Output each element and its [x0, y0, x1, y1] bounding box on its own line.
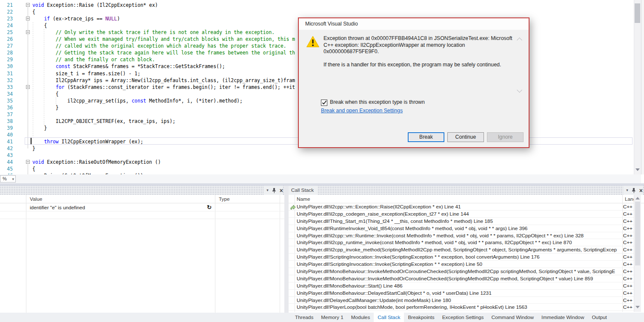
column-divider[interactable] — [215, 195, 215, 313]
watch-column-headers[interactable]: Value Type — [0, 195, 284, 203]
callstack-row[interactable]: UnityPlayer.dll!ScriptingInvocation::Inv… — [289, 261, 634, 268]
column-divider[interactable] — [26, 195, 26, 313]
bottom-tab-breakpoints[interactable]: Breakpoints — [404, 313, 438, 322]
break-exception-checkbox[interactable] — [321, 100, 327, 106]
bottom-tab-command-window[interactable]: Command Window — [487, 313, 538, 322]
editor-scrollbar-thumb[interactable] — [635, 3, 640, 23]
frame-language: C++ — [623, 225, 633, 232]
code-line[interactable]: for (StackFrames::const_iterator iter = … — [32, 84, 295, 91]
continue-button[interactable]: Continue — [447, 132, 484, 142]
code-line[interactable]: // and the finally or catch block. — [32, 56, 155, 63]
frame-name: UnityPlayer.dll!il2cpp_invoke_method(Scr… — [289, 246, 617, 254]
callstack-row[interactable]: UnityPlayer.dll!il2cpp::vm::Runtime::Inv… — [289, 232, 634, 239]
exception-settings-link[interactable]: Break and open Exception Settings — [321, 108, 403, 114]
line-number: 30 — [0, 63, 13, 70]
bottom-tab-memory-1[interactable]: Memory 1 — [317, 313, 347, 322]
code-line[interactable]: } — [32, 125, 47, 131]
callstack-row[interactable]: UnityPlayer.dll!MonoBehaviour::InvokeMet… — [289, 268, 634, 275]
dialog-message-line1: Exception thrown at 0x00007FFBB494A1C8 i… — [323, 35, 516, 55]
pin-icon[interactable] — [272, 188, 276, 193]
code-line[interactable]: // called with the original exception wh… — [32, 43, 286, 49]
callstack-row[interactable]: UnityPlayer.dll!il2cpp_runtime_invoke(co… — [289, 239, 634, 246]
callstack-vertical-scrollbar[interactable] — [634, 195, 641, 312]
editor-overview-margin[interactable] — [641, 0, 644, 174]
bottom-tab-exception-settings[interactable]: Exception Settings — [438, 313, 488, 322]
column-divider[interactable] — [280, 195, 280, 313]
bottom-tab-immediate-window[interactable]: Immediate Window — [538, 313, 588, 322]
bottom-tab-call-stack[interactable]: Call Stack — [374, 313, 404, 322]
callstack-column-headers[interactable]: Name Lang — [289, 195, 644, 203]
callstack-row[interactable]: UnityPlayer.dll!RuntimeInvoker_Void_t854… — [289, 225, 634, 232]
frame-language: C++ — [623, 239, 633, 246]
callstack-titlebar[interactable]: Call Stack ▾ × — [289, 186, 644, 195]
callstack-row[interactable]: UnityPlayer.dll!il2cpp_invoke_method(Scr… — [289, 246, 634, 254]
frame-language: C++ — [623, 261, 633, 268]
callstack-row[interactable]: UnityPlayer.dll!MonoBehaviour::Start() L… — [289, 282, 634, 290]
close-icon[interactable]: × — [280, 188, 283, 194]
bottom-tab-threads[interactable]: Threads — [291, 313, 317, 322]
line-number: 24 — [0, 22, 13, 29]
watch-panel-titlebar[interactable]: ▾ × — [0, 186, 284, 195]
code-line[interactable]: Il2CppArray* ips = Array::New(il2cpp_def… — [32, 77, 295, 84]
close-icon[interactable]: × — [639, 188, 643, 194]
code-line[interactable]: il2cpp_array_set(ips, const MethodInfo*,… — [32, 97, 243, 104]
break-button[interactable]: Break — [408, 132, 444, 142]
scrollbar-down-arrow-icon[interactable] — [635, 168, 640, 171]
code-line[interactable]: } — [32, 145, 35, 152]
scroll-up-chevron-icon[interactable] — [517, 37, 522, 43]
callstack-row[interactable]: UnityPlayer.dll!PlayerLoop(bool batchMod… — [289, 304, 634, 311]
line-number: 27 — [0, 43, 13, 49]
editor-bottom-strip: % ▾ — [0, 174, 641, 183]
callstack-row[interactable]: UnityPlayer.dll!MonoBehaviour::DelayedSt… — [289, 290, 634, 297]
watch-row-value[interactable]: identifier "e" is undefined — [30, 205, 85, 211]
line-number: 28 — [0, 49, 13, 56]
code-line[interactable]: // When we exit managed try/finally and … — [32, 36, 295, 43]
callstack-row[interactable]: UnityPlayer.dll!il2cpp_codegen_raise_exc… — [289, 211, 634, 218]
scroll-down-chevron-icon[interactable] — [517, 87, 522, 93]
scrollbar-up-arrow-icon[interactable] — [635, 197, 640, 199]
code-line[interactable]: size_t i = frames.size() - 1; — [32, 70, 140, 77]
bottom-tab-modules[interactable]: Modules — [347, 313, 374, 322]
code-line[interactable]: // Only write the stack trace if there i… — [32, 29, 275, 36]
dialog-title[interactable]: Microsoft Visual Studio — [299, 18, 529, 30]
line-number: 31 — [0, 70, 13, 77]
pin-icon[interactable] — [632, 188, 636, 193]
vertical-splitter[interactable] — [284, 186, 289, 313]
code-line[interactable]: { — [32, 165, 35, 172]
bottom-tab-output[interactable]: Output — [588, 313, 610, 322]
fold-collapse-icon[interactable] — [26, 3, 30, 7]
code-line[interactable]: IL2CPP_OBJECT_SETREF(ex, trace_ips, ips)… — [32, 118, 175, 125]
callstack-scrollbar-thumb[interactable] — [635, 202, 640, 265]
window-position-menu-icon[interactable]: ▾ — [266, 188, 269, 192]
code-line[interactable]: void Exception::RaiseOutOfMemoryExceptio… — [32, 159, 161, 165]
refresh-icon[interactable]: ↻ — [207, 204, 212, 211]
frame-name: UnityPlayer.dll!MonoBehaviour::DelayedSt… — [289, 290, 492, 297]
checkbox-label[interactable]: Break when this exception type is thrown — [330, 99, 425, 105]
column-header-type[interactable]: Type — [219, 196, 230, 202]
code-line[interactable]: void Exception::Raise (Il2CppException* … — [32, 2, 158, 9]
window-position-menu-icon[interactable]: ▾ — [626, 188, 628, 192]
code-line[interactable]: const StackFrames& frames = *StackTrace:… — [32, 63, 225, 70]
editor-vertical-scrollbar[interactable] — [634, 0, 641, 174]
callstack-row[interactable]: UnityPlayer.dll!MonoBehaviour::InvokeMet… — [289, 275, 634, 282]
scrollbar-down-arrow-icon[interactable] — [635, 306, 640, 308]
ignore-button[interactable]: Ignore — [487, 132, 524, 142]
code-line[interactable]: // Getting the stack trace again here wi… — [32, 49, 295, 56]
column-header-value[interactable]: Value — [30, 196, 42, 202]
fold-collapse-icon[interactable] — [26, 160, 30, 164]
code-line[interactable]: { — [32, 22, 47, 29]
frame-language: C++ — [623, 254, 633, 261]
callstack-row[interactable]: UnityPlayer.dll!Thing_Start_m1(Thing_t24… — [289, 218, 634, 225]
callstack-row[interactable]: UnityPlayer.dll!ScriptingInvocation::Inv… — [289, 254, 634, 261]
frame-name: UnityPlayer.dll!il2cpp::vm::Exception::R… — [289, 203, 461, 211]
code-line[interactable]: { — [32, 91, 59, 97]
code-line[interactable]: { — [32, 9, 35, 15]
code-line[interactable]: throw Il2CppExceptionWrapper (ex); — [32, 138, 143, 145]
code-line[interactable]: if (ex->trace_ips == NULL) — [32, 15, 120, 22]
frame-language: C++ — [623, 218, 633, 225]
column-header-name[interactable]: Name — [297, 196, 310, 202]
editor-zoom-select[interactable]: % ▾ — [0, 175, 16, 182]
code-line[interactable]: } — [32, 104, 59, 111]
callstack-row[interactable]: UnityPlayer.dll!DelayedCallManager::Upda… — [289, 297, 634, 304]
callstack-row[interactable]: UnityPlayer.dll!il2cpp::vm::Exception::R… — [289, 203, 634, 211]
